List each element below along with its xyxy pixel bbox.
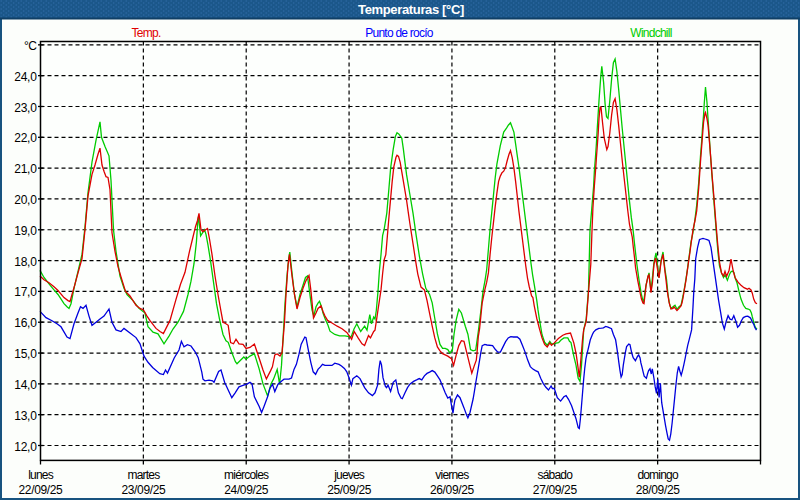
svg-text:24/09/25: 24/09/25 [224, 483, 269, 497]
svg-text:23,0: 23,0 [14, 101, 37, 115]
svg-text:27/09/25: 27/09/25 [533, 483, 578, 497]
svg-text:martes: martes [127, 468, 160, 482]
svg-text:14,0: 14,0 [14, 378, 37, 392]
svg-text:26/09/25: 26/09/25 [430, 483, 475, 497]
svg-text:28/09/25: 28/09/25 [636, 483, 681, 497]
svg-text:Windchill: Windchill [630, 26, 671, 40]
svg-text:Temperaturas [°C]: Temperaturas [°C] [358, 2, 464, 17]
svg-text:16,0: 16,0 [14, 316, 37, 330]
svg-text:°C: °C [24, 39, 37, 53]
svg-text:sábado: sábado [538, 468, 574, 482]
svg-text:22,0: 22,0 [14, 131, 37, 145]
svg-text:12,0: 12,0 [14, 440, 37, 454]
svg-text:23/09/25: 23/09/25 [121, 483, 166, 497]
svg-text:17,0: 17,0 [14, 285, 37, 299]
svg-text:jueves: jueves [333, 468, 365, 482]
svg-text:24,0: 24,0 [14, 70, 37, 84]
svg-text:18,0: 18,0 [14, 255, 37, 269]
svg-text:15,0: 15,0 [14, 347, 37, 361]
svg-text:25/09/25: 25/09/25 [327, 483, 372, 497]
svg-text:lunes: lunes [28, 468, 53, 482]
svg-text:22/09/25: 22/09/25 [19, 483, 64, 497]
svg-text:19,0: 19,0 [14, 224, 37, 238]
svg-text:domingo: domingo [637, 468, 679, 482]
svg-text:20,0: 20,0 [14, 193, 37, 207]
svg-text:Temp.: Temp. [132, 26, 161, 40]
svg-text:miércoles: miércoles [224, 468, 269, 482]
svg-text:13,0: 13,0 [14, 409, 37, 423]
svg-text:Punto de rocío: Punto de rocío [365, 26, 434, 40]
svg-text:viernes: viernes [435, 468, 469, 482]
svg-text:21,0: 21,0 [14, 162, 37, 176]
